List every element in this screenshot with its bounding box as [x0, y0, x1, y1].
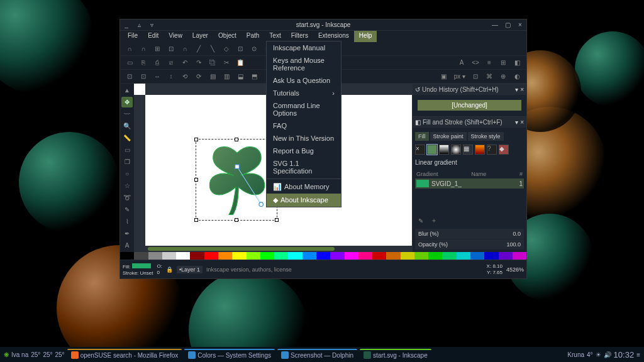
- text-a-icon[interactable]: A: [456, 57, 467, 69]
- spiral-tool[interactable]: ➰: [121, 192, 133, 203]
- handle-top[interactable]: [235, 138, 238, 141]
- snap-g-icon[interactable]: ╲: [207, 43, 218, 55]
- help-new[interactable]: New in This Version: [267, 132, 341, 145]
- help-manual[interactable]: Inkscape Manual: [267, 41, 341, 54]
- paint-none[interactable]: ×: [415, 145, 425, 155]
- task-dolphin[interactable]: Screenshot — Dolphin: [277, 349, 357, 360]
- edit-gradient-icon[interactable]: ✎: [415, 215, 426, 226]
- undo-item-unchanged[interactable]: [Unchanged]: [418, 100, 521, 111]
- paint-linear[interactable]: [439, 145, 449, 155]
- tc7-icon[interactable]: ▤: [207, 71, 218, 82]
- palette-swatch[interactable]: [470, 252, 484, 260]
- snap-f-icon[interactable]: ╱: [193, 43, 204, 55]
- tc3-icon[interactable]: ↔: [152, 71, 163, 82]
- tc6-icon[interactable]: ⟳: [193, 71, 204, 82]
- tc2-icon[interactable]: ⊡: [138, 71, 149, 82]
- scrollbar-horizontal[interactable]: [145, 246, 412, 252]
- palette-swatch[interactable]: [120, 252, 134, 260]
- new-icon[interactable]: ▭: [124, 57, 135, 69]
- tab-stroke-style[interactable]: Stroke style: [468, 132, 504, 141]
- palette-swatch[interactable]: [247, 252, 260, 260]
- tc9-icon[interactable]: ⬓: [235, 71, 246, 82]
- ruler-vertical[interactable]: [134, 95, 145, 252]
- palette-swatch[interactable]: [176, 252, 190, 260]
- tc5-icon[interactable]: ⟲: [179, 71, 191, 82]
- palette-swatch[interactable]: [428, 252, 442, 260]
- paint-pattern[interactable]: ▦: [463, 145, 473, 155]
- new-gradient-icon[interactable]: ＋: [428, 215, 440, 226]
- palette-swatch[interactable]: [288, 252, 302, 260]
- palette-swatch[interactable]: [372, 252, 386, 260]
- restore-button[interactable]: ▵: [133, 21, 145, 30]
- palette-swatch[interactable]: [414, 252, 428, 260]
- tweak-tool[interactable]: 〰: [121, 109, 133, 119]
- panel-menu-icon[interactable]: ▾: [515, 86, 518, 93]
- blur-value[interactable]: 0.0: [513, 231, 521, 237]
- print-icon[interactable]: ⎚: [165, 57, 177, 69]
- panel-close-icon[interactable]: ×: [520, 119, 524, 126]
- palette-swatch[interactable]: [260, 252, 274, 260]
- save-icon[interactable]: ⎙: [152, 57, 163, 69]
- opacity-value[interactable]: 100.0: [506, 241, 521, 248]
- node-tool[interactable]: ✥: [121, 97, 133, 107]
- stroke-value[interactable]: Unset: [140, 270, 153, 276]
- tc1-icon[interactable]: ⊡: [124, 71, 135, 82]
- handle-top-left[interactable]: [194, 138, 198, 141]
- handle-left[interactable]: [194, 178, 198, 182]
- task-inkscape[interactable]: start.svg - Inkscape: [360, 349, 431, 360]
- measure-tool[interactable]: 📏: [121, 133, 133, 143]
- palette-swatch[interactable]: [457, 252, 470, 260]
- pencil-tool[interactable]: ✎: [121, 204, 133, 215]
- palette-swatch[interactable]: [386, 252, 400, 260]
- palette-swatch[interactable]: [162, 252, 176, 260]
- fill-stroke-header[interactable]: ◧ Fill and Stroke (Shift+Ctrl+F) ▾ ×: [413, 116, 526, 128]
- snap-c-icon[interactable]: ⊞: [152, 43, 163, 55]
- tab-fill[interactable]: Fill: [415, 132, 429, 141]
- rect-tool[interactable]: ▭: [121, 145, 133, 155]
- zoom-tool[interactable]: 🔍: [121, 121, 133, 131]
- align-icon[interactable]: ≡: [484, 57, 495, 69]
- snap-i-icon[interactable]: ⊡: [235, 43, 246, 55]
- opacity-o-value[interactable]: 0: [157, 270, 162, 275]
- snap-d-icon[interactable]: ⊡: [165, 43, 177, 55]
- volume-icon[interactable]: 🔊: [604, 351, 611, 358]
- handle-bottom-left[interactable]: [194, 218, 198, 222]
- help-faq[interactable]: FAQ: [267, 119, 341, 132]
- help-about-memory[interactable]: 📊About Memory: [267, 180, 341, 194]
- palette-swatch[interactable]: [148, 252, 162, 260]
- copy-icon[interactable]: ⿻: [207, 57, 218, 69]
- menu-object[interactable]: Object: [213, 31, 242, 42]
- menu-path[interactable]: Path: [242, 31, 265, 42]
- menu-file[interactable]: File: [123, 31, 143, 42]
- 3dbox-tool[interactable]: ❒: [121, 156, 133, 167]
- cut-icon[interactable]: ✂: [221, 57, 232, 69]
- palette-swatch[interactable]: [316, 252, 330, 260]
- circle-tool[interactable]: ○: [121, 168, 133, 179]
- tray-icon[interactable]: ≡: [636, 351, 640, 358]
- handle-bottom-right[interactable]: [275, 218, 279, 222]
- panel-menu-icon[interactable]: ▾: [515, 119, 518, 126]
- tc4-icon[interactable]: ↕: [165, 71, 177, 82]
- help-svg-spec[interactable]: SVG 1.1 Specification: [267, 157, 341, 177]
- menu-edit[interactable]: Edit: [143, 31, 164, 42]
- tc11-icon[interactable]: ▣: [438, 71, 450, 82]
- palette-swatch[interactable]: [134, 252, 148, 260]
- tc12-icon[interactable]: ⊡: [470, 71, 481, 82]
- paint-flat[interactable]: [427, 145, 437, 155]
- selection-bbox[interactable]: [196, 139, 277, 221]
- snap-b-icon[interactable]: ∩: [138, 43, 149, 55]
- palette-swatch[interactable]: [204, 252, 218, 260]
- brightness-icon[interactable]: ☀: [596, 351, 601, 358]
- close-button[interactable]: ×: [514, 21, 526, 30]
- paint-swatch[interactable]: [475, 145, 485, 155]
- menu-help[interactable]: Help: [354, 31, 377, 42]
- redo-icon[interactable]: ↷: [193, 57, 204, 69]
- layer-selector[interactable]: •Layer 1: [177, 266, 203, 273]
- help-bug[interactable]: Report a Bug: [267, 145, 341, 157]
- paint-unknown[interactable]: ?: [487, 145, 497, 155]
- palette-swatch[interactable]: [274, 252, 288, 260]
- maximize-button[interactable]: ▢: [501, 21, 514, 30]
- palette-swatch[interactable]: [345, 252, 358, 260]
- palette-swatch[interactable]: [232, 252, 246, 260]
- panel-close-icon[interactable]: ×: [520, 86, 524, 93]
